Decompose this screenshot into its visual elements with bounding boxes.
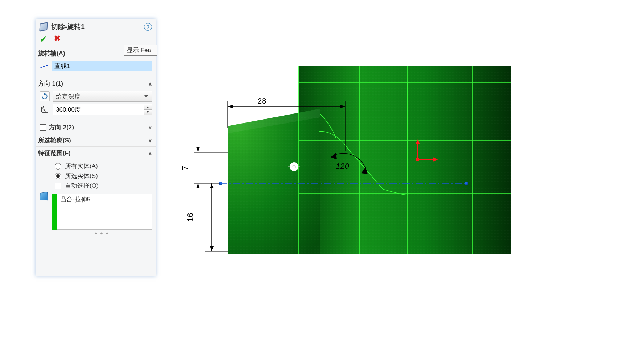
scope-body-list[interactable]: 凸台-拉伸5 [52,194,152,230]
end-condition-value: 给定深度 [56,92,80,101]
angle-step-down[interactable]: ▼ [144,110,152,115]
list-color-bar [52,194,57,230]
resize-grip-icon[interactable]: ● ● ● [52,230,152,236]
dim-7-text: 7 [181,166,190,170]
svg-text:A1: A1 [42,105,46,109]
angle-input[interactable] [53,104,144,115]
dir2-checkbox[interactable] [40,124,46,131]
property-panel: 切除-旋转1 ? ✓ ✖ 旋转轴(A) 方向 1(1) [36,19,156,276]
scope-body-item[interactable]: 凸台-拉伸5 [60,195,149,204]
axis-selection-input[interactable] [52,61,152,71]
axis-header-label: 旋转轴(A) [38,49,65,58]
tooltip-text: 显示 Fea [127,47,151,54]
contours-header-label: 所选轮廓(S) [38,136,71,145]
angle-step-up[interactable]: ▲ [144,104,152,110]
svg-rect-16 [416,158,419,161]
dir1-header-label: 方向 1(1) [38,79,63,88]
end-condition-select[interactable]: 给定深度 [53,91,152,102]
svg-marker-24 [228,105,233,108]
scope-header-label: 特征范围(F) [38,149,71,157]
tooltip: 显示 Fea [124,45,157,56]
dimension-16[interactable]: 16 [186,183,228,251]
radio-all-bodies[interactable] [55,163,61,170]
chevron-down-icon[interactable] [148,125,152,130]
dir2-label: 方向 2(2) [49,123,74,132]
dim-120-text: 120 [336,162,349,171]
dim-28-text: 28 [257,96,266,105]
dim-16-text: 16 [186,213,195,222]
radio-selected-bodies[interactable] [55,173,61,179]
opt-auto-label: 自动选择(O) [65,182,99,190]
angle-icon: A1 [40,104,50,115]
svg-marker-34 [210,183,214,188]
opt-selected-label: 所选实体(S) [65,172,98,180]
svg-marker-35 [210,246,214,251]
svg-marker-31 [196,147,200,152]
solid-body-icon [40,192,48,200]
chevron-up-icon[interactable] [148,150,152,156]
svg-rect-4 [299,66,511,254]
chevron-down-icon[interactable] [148,138,152,143]
angle-spinner[interactable]: ▲ ▼ [53,104,152,115]
reverse-direction-button[interactable] [40,91,50,101]
dir2-row: 方向 2(2) [36,121,156,134]
help-icon[interactable]: ? [144,23,152,31]
cut-revolve-icon [40,23,48,31]
axis-line-icon [40,61,49,71]
chevron-up-icon[interactable] [148,81,152,87]
panel-titlebar: 切除-旋转1 ? [36,19,156,33]
viewport-svg: 28 7 16 [180,66,511,254]
ok-button[interactable]: ✓ [40,34,48,44]
section-header-contours[interactable]: 所选轮廓(S) [36,134,156,146]
checkbox-auto-select[interactable] [55,183,61,189]
svg-marker-32 [196,183,200,188]
cancel-button[interactable]: ✖ [54,34,61,44]
axis-endpoint-handle[interactable] [465,182,468,185]
section-header-dir1[interactable]: 方向 1(1) [36,77,156,90]
svg-point-17 [290,162,298,171]
panel-title: 切除-旋转1 [51,22,140,32]
opt-all-label: 所有实体(A) [65,162,98,170]
model-viewport[interactable]: 28 7 16 [180,66,511,254]
section-header-scope[interactable]: 特征范围(F) [36,146,156,159]
